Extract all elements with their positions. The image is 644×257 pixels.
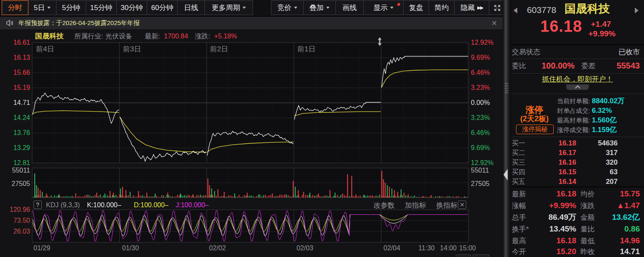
kdj-d-value: D:100.000– [134, 201, 169, 209]
time-axis-label: 02/04 [383, 244, 400, 252]
pct-axis-label: 9.69% [471, 54, 490, 61]
price-axis-label: 15.19 [1, 84, 30, 92]
bid-qty: 63 [578, 168, 618, 176]
help-icon: ? [36, 201, 39, 208]
pct-axis-label: 3.23% [471, 114, 490, 122]
day-section-label: 前3日 [123, 45, 141, 53]
stat-value: 6.32% [592, 107, 612, 115]
kdj-axis-label: 73.50 [1, 217, 30, 224]
open-account-ad[interactable]: 抓住机会，即刻开户！ [511, 75, 644, 84]
collapse-ad-tab[interactable] [566, 84, 589, 90]
price-axis-label: 14.24 [1, 114, 30, 122]
kdj-k-value: K:100.000– [87, 201, 121, 209]
day-section-label: 前2日 [210, 45, 228, 53]
trade-status-label: 交易状态 [512, 48, 540, 56]
price-axis-label: 13.29 [1, 144, 30, 152]
stat-value: +9.99% [536, 201, 576, 210]
kdj-title[interactable]: KDJ (9,3,3) [46, 201, 80, 209]
day-section-label: 前1日 [297, 45, 315, 53]
collapse-panel-arrow[interactable] [503, 169, 508, 181]
price-chart[interactable] [0, 0, 511, 257]
stat-label: 封单占成交: [557, 107, 590, 114]
trading-terminal: 分时 5日 5分钟 15分钟 30分钟 60分钟 日线 更多周期 竞价 叠加 画… [0, 0, 644, 257]
stock-code: 603778 [527, 5, 556, 15]
close-icon: ✕ [460, 201, 465, 208]
bid-qty: 317 [578, 149, 618, 157]
kdj-axis-label: 26.03 [1, 228, 30, 235]
edit-params-button[interactable]: 改参数 [373, 201, 395, 210]
price-axis-label: 12.81 [1, 159, 30, 167]
price-axis-label: 16.61 [1, 39, 30, 46]
kdj-axis-label: 120.96 [1, 206, 30, 214]
limit-up-boards: (2天2板) [511, 115, 558, 123]
add-indicator-button[interactable]: 加指标 [405, 201, 426, 210]
time-axis-label: 11:30 [419, 244, 435, 252]
stat-value: 86.49万 [536, 213, 576, 222]
trade-status-value: 已收市 [595, 48, 640, 56]
divider [511, 94, 644, 94]
pct-axis-label: 12.92% [471, 39, 493, 46]
time-axis-label: 01/30 [122, 244, 139, 252]
bid-level-label: 买二 [512, 149, 525, 157]
limit-up-row: 当前封单额:8840.02万 [557, 97, 625, 105]
time-axis-label: 14:00 [440, 244, 457, 252]
stat-label: 最低 [580, 237, 595, 245]
pct-axis-label: 3.23% [471, 84, 490, 92]
last-price: 16.18 [540, 18, 582, 36]
bid-level-label: 买一 [512, 140, 525, 147]
bid-price: 16.16 [528, 158, 576, 167]
bid-level-label: 买四 [512, 168, 525, 176]
stat-value: 14.71 [599, 247, 640, 256]
stat-label: 量比 [580, 225, 595, 234]
cutoff-button[interactable] [473, 254, 489, 257]
indicator-help-button[interactable]: ? [33, 201, 42, 209]
stat-label: 换手* [512, 225, 529, 234]
stat-label: 今开 [512, 248, 526, 256]
stat-label: 当前封单额: [557, 97, 590, 104]
time-axis-label: 02/03 [296, 244, 313, 252]
stat-value: 0.86 [599, 224, 640, 234]
stat-value: 16.18 [536, 189, 576, 198]
price-change: +1.47 [591, 20, 611, 29]
volume-axis-label: 27505 [1, 180, 30, 188]
bid-level-label: 买五 [512, 178, 525, 186]
pct-axis-label: 6.46% [471, 69, 490, 76]
time-axis-label: 15:00 [459, 244, 476, 252]
divider [511, 186, 644, 187]
stat-label: 最高封单额: [557, 117, 590, 124]
cutoff-button[interactable] [456, 254, 471, 257]
ad-link-text: 抓住机会，即刻开户！ [542, 75, 613, 83]
prev-stock-arrow-icon[interactable] [514, 8, 517, 13]
kdj-j-value: J:100.000– [176, 201, 209, 209]
bid-qty: 207 [578, 178, 618, 186]
time-axis-label: 01/29 [33, 244, 50, 252]
price-axis-label: 15.66 [1, 69, 30, 76]
stat-value: 13.45% [536, 224, 576, 234]
time-axis-label: 02/02 [209, 244, 226, 252]
bid-price: 16.18 [528, 139, 576, 148]
bid-qty: 54636 [578, 139, 618, 148]
pct-axis-label: 12.92% [471, 159, 493, 167]
next-stock-arrow-icon[interactable] [635, 8, 639, 13]
stat-value: 14.96 [599, 236, 640, 245]
stock-name: 国晟科技 [565, 3, 610, 15]
pct-axis-label: 9.69% [471, 144, 490, 152]
volume-axis-label: 27505 [471, 180, 490, 188]
switch-indicator-button[interactable]: 换指标 [436, 201, 457, 210]
tab-intraday[interactable]: 分时 [2, 0, 28, 15]
stat-label: 总手 [512, 214, 526, 222]
stat-label: 金额 [580, 214, 595, 222]
divider [511, 137, 644, 137]
limit-up-tag: 涨停 [511, 105, 558, 115]
weicha-label: 委差 [581, 62, 595, 70]
grip-dots-icon [505, 83, 509, 94]
stat-label: 最高 [512, 237, 526, 245]
close-indicator-button[interactable]: ✕ [458, 201, 466, 209]
chevron-up-icon [575, 85, 580, 91]
panel-splitter[interactable] [503, 0, 511, 257]
stat-value: 1.159亿 [592, 126, 617, 134]
weibi-label: 委比 [512, 62, 526, 70]
volume-axis-label: 55011 [471, 167, 489, 174]
price-axis-label: 14.71 [1, 99, 30, 107]
limit-up-reveal-button[interactable]: 涨停揭秘 [516, 125, 554, 134]
